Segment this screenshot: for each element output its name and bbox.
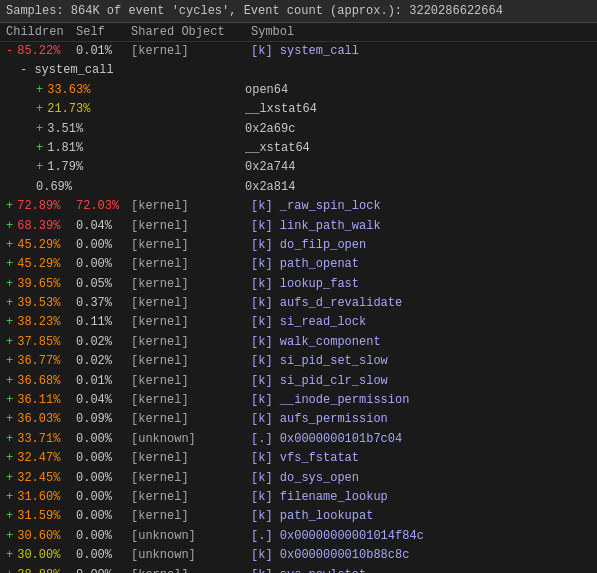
table-row[interactable]: + 31.60%0.00%[kernel][k] filename_lookup [0,488,597,507]
table-row[interactable]: + 39.53%0.37%[kernel][k] aufs_d_revalida… [0,294,597,313]
table-row[interactable]: + 32.45%0.00%[kernel][k] do_sys_open [0,469,597,488]
table-row[interactable]: + 38.23%0.11%[kernel][k] si_read_lock [0,313,597,332]
table-row[interactable]: + 28.88%0.00%[kernel][k] sys_newlstat [0,566,597,573]
column-headers: Children Self Shared Object Symbol [0,23,597,42]
table-row[interactable]: + 31.59%0.00%[kernel][k] path_lookupat [0,507,597,526]
indent-row[interactable]: +21.73%__lxstat64 [0,100,597,119]
header: Samples: 864K of event 'cycles', Event c… [0,0,597,23]
indent-row[interactable]: 0.69%0x2a814 [0,178,597,197]
table-row[interactable]: + 45.29%0.00%[kernel][k] path_openat [0,255,597,274]
table-row[interactable]: + 36.77%0.02%[kernel][k] si_pid_set_slow [0,352,597,371]
table-body: - 85.22%0.01%[kernel][k] system_call- sy… [0,42,597,573]
table-row[interactable]: + 32.47%0.00%[kernel][k] vfs_fstatat [0,449,597,468]
table-row[interactable]: + 72.89%72.03%[kernel][k] _raw_spin_lock [0,197,597,216]
indent-row[interactable]: +1.79%0x2a744 [0,158,597,177]
col-children-header: Children [6,25,76,39]
table-row[interactable]: + 36.03%0.09%[kernel][k] aufs_permission [0,410,597,429]
col-self-header: Self [76,25,131,39]
table-row[interactable]: + 36.68%0.01%[kernel][k] si_pid_clr_slow [0,372,597,391]
system-call-label: - system_call [0,61,597,80]
table-row[interactable]: + 45.29%0.00%[kernel][k] do_filp_open [0,236,597,255]
indent-row[interactable]: +1.81%__xstat64 [0,139,597,158]
table-row[interactable]: + 36.11%0.04%[kernel][k] __inode_permiss… [0,391,597,410]
table-row[interactable]: + 68.39%0.04%[kernel][k] link_path_walk [0,217,597,236]
col-shared-header: Shared Object [131,25,251,39]
col-symbol-header: Symbol [251,25,591,39]
table-row[interactable]: + 39.65%0.05%[kernel][k] lookup_fast [0,275,597,294]
table-row[interactable]: + 30.60%0.00%[unknown][.] 0x000000000010… [0,527,597,546]
table-row[interactable]: - 85.22%0.01%[kernel][k] system_call [0,42,597,61]
table-row[interactable]: + 33.71%0.00%[unknown][.] 0x0000000101b7… [0,430,597,449]
table-row[interactable]: + 30.00%0.00%[unknown][k] 0x0000000010b8… [0,546,597,565]
indent-row[interactable]: +3.51%0x2a69c [0,120,597,139]
indent-row[interactable]: +33.63%open64 [0,81,597,100]
table-row[interactable]: + 37.85%0.02%[kernel][k] walk_component [0,333,597,352]
